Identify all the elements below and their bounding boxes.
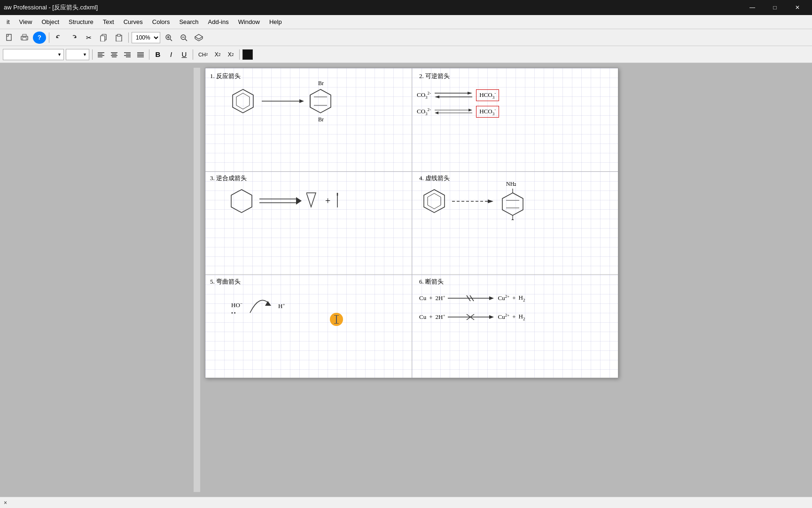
broken-arrow-row-2: Cu + 2H+ Cu2+ + H2 xyxy=(419,313,525,321)
zoom-out-button[interactable] xyxy=(177,32,190,44)
superscript-button[interactable]: X2 xyxy=(225,49,236,60)
align-center-icon xyxy=(111,52,117,57)
toolbar: ? ✂ 50% 75% 100% 150% 200% xyxy=(0,29,812,46)
redo-icon xyxy=(70,34,78,41)
svg-rect-4 xyxy=(23,38,26,40)
retro-arrow xyxy=(259,195,302,206)
v-divider xyxy=(412,68,412,378)
menu-help[interactable]: Help xyxy=(265,16,287,27)
double-slash-arrow xyxy=(448,294,495,302)
3d-button[interactable] xyxy=(192,32,205,44)
svg-marker-59 xyxy=(296,197,302,205)
section-3-label: 3. 逆合成箭头 xyxy=(210,174,247,183)
help-button[interactable]: ? xyxy=(33,32,46,44)
menu-view[interactable]: View xyxy=(15,16,37,27)
menu-object[interactable]: Object xyxy=(37,16,64,27)
undo-button[interactable] xyxy=(52,32,65,44)
size-dropdown-icon[interactable]: ▼ xyxy=(83,52,87,57)
chem-format-button[interactable]: CH2 xyxy=(196,49,210,60)
svg-line-73 xyxy=(513,219,517,220)
zoom-select[interactable]: 50% 75% 100% 150% 200% xyxy=(132,32,160,43)
document-canvas[interactable]: 1. 反应箭头 Br Br 2. 可逆箭头 xyxy=(205,68,618,378)
size-selector[interactable]: ▼ xyxy=(66,49,89,60)
new-icon xyxy=(6,34,13,41)
svg-marker-60 xyxy=(306,193,316,207)
reaction-arrow-1 xyxy=(262,97,304,105)
reversible-arrow-2 xyxy=(435,108,472,115)
svg-marker-51 xyxy=(435,95,439,98)
window-controls: — □ ✕ xyxy=(742,0,808,15)
svg-marker-49 xyxy=(468,92,472,95)
reversible-arrow-1 xyxy=(435,90,472,100)
paste-button[interactable] xyxy=(112,32,125,44)
svg-line-18 xyxy=(185,39,187,41)
align-left-button[interactable] xyxy=(95,49,107,60)
menu-curves[interactable]: Curves xyxy=(119,16,148,27)
svg-marker-74 xyxy=(265,301,271,306)
align-justify-icon xyxy=(137,52,144,57)
menu-it[interactable]: it xyxy=(2,16,15,27)
nh2-label: NH₂ xyxy=(506,180,516,188)
align-left-icon xyxy=(98,52,104,57)
svg-marker-19 xyxy=(195,34,203,39)
font-dropdown-icon[interactable]: ▼ xyxy=(57,52,62,57)
svg-marker-56 xyxy=(231,190,252,213)
menubar: it View Object Structure Text Curves Col… xyxy=(0,15,812,29)
print-button[interactable] xyxy=(18,32,31,44)
copy-button[interactable] xyxy=(97,32,110,44)
svg-marker-63 xyxy=(424,190,445,213)
maximize-button[interactable]: □ xyxy=(764,0,786,15)
svg-marker-55 xyxy=(435,111,438,114)
hexagon-open xyxy=(229,188,255,214)
font-selector[interactable]: ▼ xyxy=(3,49,64,60)
menu-structure[interactable]: Structure xyxy=(64,16,98,27)
section-5-label: 5. 弯曲箭头 xyxy=(210,278,241,286)
underline-button[interactable]: U xyxy=(179,49,190,60)
svg-line-15 xyxy=(170,39,172,41)
menu-text[interactable]: Text xyxy=(98,16,119,27)
subscript-button[interactable]: X2 xyxy=(212,49,223,60)
zoom-in-button[interactable] xyxy=(162,32,175,44)
new-button[interactable] xyxy=(3,32,16,44)
menu-window[interactable]: Window xyxy=(234,16,265,27)
align-right-icon xyxy=(124,52,131,57)
bold-button[interactable]: B xyxy=(152,49,164,60)
svg-marker-79 xyxy=(489,296,494,300)
svg-rect-11 xyxy=(117,34,120,36)
svg-marker-41 xyxy=(236,93,250,109)
svg-marker-66 xyxy=(488,199,493,203)
menu-search[interactable]: Search xyxy=(174,16,203,27)
status-left: × xyxy=(4,500,7,506)
fmt-separator-2 xyxy=(149,49,149,60)
text-cursor[interactable] xyxy=(330,313,343,326)
menu-addins[interactable]: Add-ins xyxy=(203,16,234,27)
redo-button[interactable] xyxy=(67,32,80,44)
toolbar-separator-2 xyxy=(128,32,129,43)
menu-colors[interactable]: Colors xyxy=(148,16,175,27)
svg-marker-53 xyxy=(468,109,472,111)
color-swatch[interactable] xyxy=(242,49,253,60)
align-justify-button[interactable] xyxy=(135,49,146,60)
minimize-button[interactable]: — xyxy=(742,0,763,15)
reversible-row-1: CO32- HCO3- xyxy=(417,89,499,101)
main-area: 1. 反应箭头 Br Br 2. 可逆箭头 xyxy=(0,63,812,497)
align-right-button[interactable] xyxy=(122,49,133,60)
fmt-separator-4 xyxy=(239,49,240,60)
svg-marker-67 xyxy=(502,193,523,215)
left-panel xyxy=(194,68,200,492)
benzene-3 xyxy=(422,188,447,214)
cut-button[interactable]: ✂ xyxy=(82,32,95,44)
benzene-1 xyxy=(229,87,257,115)
vertical-bar xyxy=(335,192,340,208)
cursor-icon xyxy=(333,315,340,324)
undo-icon xyxy=(55,34,62,41)
print-icon xyxy=(21,34,28,41)
close-button[interactable]: ✕ xyxy=(787,0,808,15)
paste-icon xyxy=(115,34,123,41)
retro-products: + xyxy=(306,190,340,209)
formattingbar: ▼ ▼ B I U CH2 X2 X2 xyxy=(0,46,812,63)
fmt-separator-3 xyxy=(193,49,193,60)
titlebar: aw Professional - [反应箭头.cdxml] — □ ✕ xyxy=(0,0,812,15)
italic-button[interactable]: I xyxy=(165,49,177,60)
align-center-button[interactable] xyxy=(109,49,120,60)
